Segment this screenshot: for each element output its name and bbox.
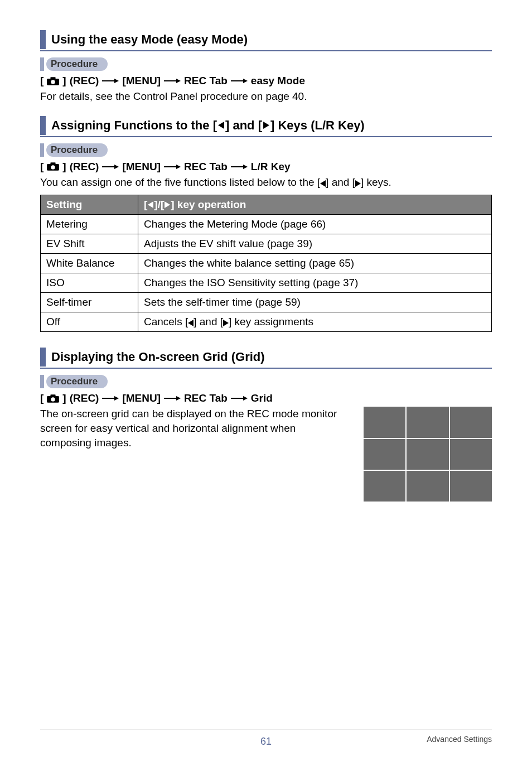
bracket-close: ] bbox=[62, 161, 66, 173]
title-post: ] Keys (L/R Key) bbox=[270, 118, 365, 133]
crumb-menu: [MENU] bbox=[122, 161, 161, 173]
section-heading-grid: Displaying the On-screen Grid (Grid) bbox=[40, 348, 492, 369]
crumb-tab: REC Tab bbox=[184, 75, 228, 87]
arrow-right-icon bbox=[164, 78, 181, 84]
settings-table: Setting [ ]/[ ] key operation Metering C… bbox=[40, 195, 492, 332]
triangle-left-icon bbox=[320, 180, 326, 187]
page-footer: 61 Advanced Settings bbox=[40, 730, 492, 744]
page-number: 61 bbox=[40, 736, 492, 748]
arrow-right-icon bbox=[102, 395, 119, 402]
cell-setting: Metering bbox=[41, 215, 138, 234]
bracket-open: [ bbox=[40, 161, 43, 173]
procedure-pill: Procedure bbox=[40, 57, 492, 71]
cell-setting: Self-timer bbox=[41, 293, 138, 312]
triangle-left-icon bbox=[218, 122, 224, 129]
bracket-open: [ bbox=[40, 392, 43, 404]
crumb-menu: [MENU] bbox=[122, 392, 161, 404]
off-mid: ] and [ bbox=[194, 316, 223, 327]
table-row: Off Cancels [] and [] key assignments bbox=[41, 312, 492, 332]
crumb-rec: (REC) bbox=[70, 161, 99, 173]
bracket-close: ] bbox=[62, 75, 66, 87]
heading-title: Using the easy Mode (easy Mode) bbox=[51, 30, 248, 49]
table-row: White Balance Changes the white balance … bbox=[41, 254, 492, 273]
triangle-left-icon bbox=[188, 320, 194, 326]
arrow-right-icon bbox=[231, 395, 248, 402]
crumb-item: Grid bbox=[251, 392, 273, 404]
cell-setting: EV Shift bbox=[41, 234, 138, 254]
crumb-tab: REC Tab bbox=[184, 392, 228, 404]
procedure-label: Procedure bbox=[46, 143, 108, 157]
procedure-bar bbox=[40, 375, 44, 388]
camera-icon bbox=[47, 77, 59, 85]
triangle-right-icon bbox=[223, 320, 229, 326]
procedure-label: Procedure bbox=[46, 375, 108, 388]
crumb-item: easy Mode bbox=[251, 75, 305, 87]
body-pre: You can assign one of the five functions… bbox=[40, 176, 320, 188]
triangle-right-icon bbox=[355, 180, 361, 187]
crumb-rec: (REC) bbox=[70, 392, 99, 404]
crumb-item: L/R Key bbox=[251, 161, 291, 173]
table-row: Self-timer Sets the self-timer time (pag… bbox=[41, 293, 492, 312]
procedure-bar bbox=[40, 143, 44, 157]
body-mid: ] and [ bbox=[326, 176, 355, 188]
arrow-right-icon bbox=[102, 163, 119, 170]
title-pre: Assigning Functions to the [ bbox=[51, 118, 217, 133]
heading-bar bbox=[40, 30, 46, 49]
grid-illustration bbox=[364, 407, 492, 502]
cell-desc: Changes the ISO Sensitivity setting (pag… bbox=[138, 273, 492, 293]
cell-desc: Cancels [] and [] key assignments bbox=[138, 312, 492, 332]
breadcrumb: [ ] (REC) [MENU] REC Tab easy Mode bbox=[40, 75, 492, 87]
cell-desc: Sets the self-timer time (page 59) bbox=[138, 293, 492, 312]
camera-icon bbox=[47, 394, 59, 403]
section-heading-lr-key: Assigning Functions to the [ ] and [ ] K… bbox=[40, 116, 492, 137]
cell-desc: Adjusts the EV shift value (page 39) bbox=[138, 234, 492, 254]
table-row: ISO Changes the ISO Sensitivity setting … bbox=[41, 273, 492, 293]
section-body: The on-screen grid can be displayed on t… bbox=[40, 407, 347, 450]
th-operation: [ ]/[ ] key operation bbox=[138, 195, 492, 215]
section-heading-easy-mode: Using the easy Mode (easy Mode) bbox=[40, 30, 492, 51]
arrow-right-icon bbox=[102, 78, 119, 84]
heading-title: Assigning Functions to the [ ] and [ ] K… bbox=[51, 116, 365, 135]
arrow-right-icon bbox=[164, 163, 181, 170]
breadcrumb: [ ] (REC) [MENU] REC Tab Grid bbox=[40, 392, 492, 404]
breadcrumb: [ ] (REC) [MENU] REC Tab L/R Key bbox=[40, 161, 492, 173]
crumb-rec: (REC) bbox=[70, 75, 99, 87]
table-row: EV Shift Adjusts the EV shift value (pag… bbox=[41, 234, 492, 254]
cell-desc: Changes the Metering Mode (page 66) bbox=[138, 215, 492, 234]
triangle-left-icon bbox=[148, 201, 153, 208]
section-body: For details, see the Control Panel proce… bbox=[40, 89, 492, 104]
procedure-pill: Procedure bbox=[40, 143, 492, 157]
heading-bar bbox=[40, 348, 46, 367]
cell-setting: ISO bbox=[41, 273, 138, 293]
body-post: ] keys. bbox=[361, 176, 391, 188]
triangle-right-icon bbox=[263, 122, 269, 129]
title-mid: ] and [ bbox=[225, 118, 262, 133]
th-setting: Setting bbox=[41, 195, 138, 215]
bracket-open: [ bbox=[40, 75, 43, 87]
th2-post: ] key operation bbox=[171, 199, 246, 211]
triangle-right-icon bbox=[165, 201, 170, 208]
cell-desc: Changes the white balance setting (page … bbox=[138, 254, 492, 273]
crumb-menu: [MENU] bbox=[122, 75, 161, 87]
th2-sep: ]/[ bbox=[154, 199, 164, 211]
table-header-row: Setting [ ]/[ ] key operation bbox=[41, 195, 492, 215]
table-row: Metering Changes the Metering Mode (page… bbox=[41, 215, 492, 234]
procedure-label: Procedure bbox=[46, 57, 108, 71]
off-pre: Cancels [ bbox=[144, 316, 188, 327]
arrow-right-icon bbox=[164, 395, 181, 402]
heading-bar bbox=[40, 116, 46, 135]
procedure-pill: Procedure bbox=[40, 374, 492, 389]
arrow-right-icon bbox=[231, 78, 248, 84]
heading-title: Displaying the On-screen Grid (Grid) bbox=[51, 348, 265, 367]
cell-setting: White Balance bbox=[41, 254, 138, 273]
th2-pre: [ bbox=[144, 199, 147, 211]
crumb-tab: REC Tab bbox=[184, 161, 228, 173]
camera-icon bbox=[47, 162, 59, 171]
section-body: You can assign one of the five functions… bbox=[40, 175, 492, 190]
bracket-close: ] bbox=[62, 392, 66, 404]
procedure-bar bbox=[40, 57, 44, 71]
arrow-right-icon bbox=[231, 163, 248, 170]
cell-setting: Off bbox=[41, 312, 138, 332]
off-post: ] key assignments bbox=[229, 316, 313, 327]
